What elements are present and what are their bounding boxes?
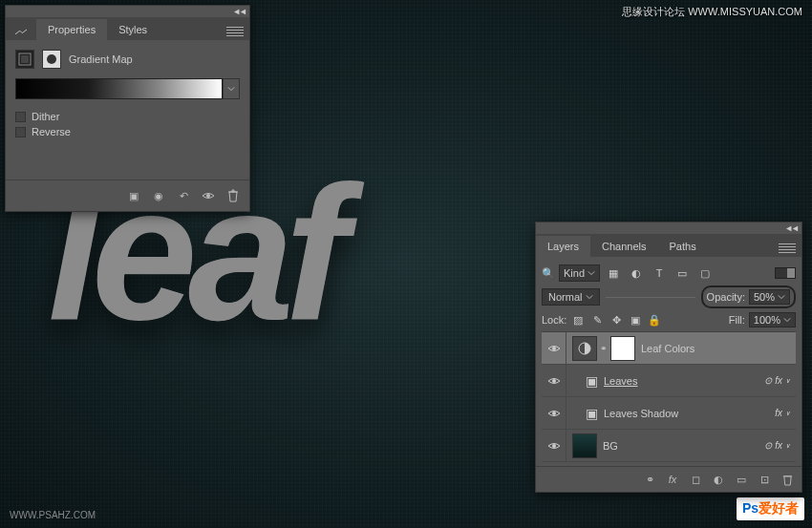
layer-leaves[interactable]: ▣ Leaves ⊙ fx ∨ xyxy=(542,365,796,397)
visibility-toggle[interactable] xyxy=(542,430,566,461)
mask-button[interactable] xyxy=(42,50,61,69)
opacity-value[interactable]: 50% xyxy=(754,291,775,303)
svg-point-2 xyxy=(47,54,56,64)
svg-point-4 xyxy=(552,347,556,350)
link-icon: ⚭ xyxy=(600,344,608,353)
tab-properties[interactable]: Properties xyxy=(36,19,107,40)
blend-mode-select[interactable]: Normal xyxy=(542,288,600,306)
watermark-top: 思缘设计论坛 WWW.MISSYUAN.COM xyxy=(622,5,802,19)
lock-position-icon[interactable]: ✥ xyxy=(609,312,624,327)
filter-toggle[interactable] xyxy=(775,267,796,279)
filter-pixel-icon[interactable]: ▦ xyxy=(604,264,623,282)
fill-value-input[interactable]: 100% xyxy=(749,312,796,327)
watermark-bottom: WWW.PSAHZ.COM xyxy=(10,510,96,520)
visibility-toggle[interactable] xyxy=(542,332,566,364)
gradient-dropdown[interactable] xyxy=(223,78,240,99)
link-layers-icon[interactable]: ⚭ xyxy=(639,471,660,488)
search-icon: 🔍 xyxy=(542,267,555,280)
dither-label: Dither xyxy=(32,111,59,122)
layer-name[interactable]: Leaves xyxy=(604,375,764,387)
panel-menu-button[interactable] xyxy=(779,243,796,257)
filter-kind-select[interactable]: Kind xyxy=(559,264,600,282)
mask-thumb[interactable] xyxy=(610,336,635,361)
collapse-icon[interactable]: ◄◄ xyxy=(232,7,246,16)
lock-pixels-icon[interactable]: ✎ xyxy=(589,312,605,327)
filter-type-icon[interactable]: T xyxy=(650,264,669,282)
filter-smart-icon[interactable]: ▢ xyxy=(695,264,715,282)
layers-tabs: Layers Channels Paths xyxy=(536,234,801,257)
adjustment-title: Gradient Map xyxy=(69,53,133,65)
lock-artboard-icon[interactable]: ▣ xyxy=(628,312,643,327)
reverse-checkbox[interactable] xyxy=(15,127,26,137)
panel-header[interactable]: ◄◄ xyxy=(6,6,249,17)
reverse-label: Reverse xyxy=(32,126,71,137)
gradient-preview[interactable] xyxy=(15,78,223,99)
layers-panel: ◄◄ Layers Channels Paths 🔍 Kind ▦ ◐ T ▭ … xyxy=(535,222,802,493)
delete-layer-icon[interactable] xyxy=(777,471,798,488)
fx-indicator[interactable]: fx ∨ xyxy=(775,408,790,418)
adjustment-layer-icon[interactable]: ◐ xyxy=(708,471,729,488)
fx-indicator[interactable]: ⊙ fx ∨ xyxy=(764,375,790,386)
svg-point-8 xyxy=(552,444,556,448)
smart-object-icon: ▣ xyxy=(586,406,598,421)
clip-to-layer-icon[interactable]: ▣ xyxy=(123,186,144,205)
chevron-down-icon: ∨ xyxy=(785,442,790,450)
tab-paths[interactable]: Paths xyxy=(658,236,708,257)
visibility-toggle[interactable] xyxy=(542,365,566,396)
fill-label: Fill: xyxy=(729,314,745,326)
delete-icon[interactable] xyxy=(223,186,244,205)
layer-bg[interactable]: BG ⊙ fx ∨ xyxy=(542,430,796,462)
svg-point-6 xyxy=(552,379,556,383)
reset-icon[interactable]: ↶ xyxy=(173,186,194,205)
lock-transparency-icon[interactable]: ▨ xyxy=(570,312,586,327)
layer-leaf-colors[interactable]: ⚭ Leaf Colors xyxy=(542,332,796,365)
tab-channels[interactable]: Channels xyxy=(590,236,657,257)
layer-leaves-shadow[interactable]: ▣ Leaves Shadow fx ∨ xyxy=(542,397,796,430)
adjustment-thumb[interactable] xyxy=(572,336,597,361)
visibility-toggle[interactable] xyxy=(542,397,566,429)
properties-tabs: Properties Styles xyxy=(6,17,249,40)
adjustment-icon-tab[interactable] xyxy=(6,25,36,40)
tab-styles[interactable]: Styles xyxy=(107,19,159,40)
panel-header[interactable]: ◄◄ xyxy=(536,222,801,234)
svg-rect-1 xyxy=(21,55,29,63)
toggle-visibility-icon[interactable] xyxy=(198,186,219,205)
filter-adjustment-icon[interactable]: ◐ xyxy=(627,264,646,282)
opacity-control[interactable]: Opacity: 50% xyxy=(701,285,796,308)
chevron-down-icon: ∨ xyxy=(785,410,790,417)
layer-name[interactable]: BG xyxy=(603,440,764,452)
lock-label: Lock: xyxy=(542,314,566,326)
lock-all-icon[interactable]: 🔒 xyxy=(647,312,662,327)
layer-thumb[interactable] xyxy=(572,433,597,458)
dither-checkbox[interactable] xyxy=(15,112,26,122)
logo-bottom-right: Ps爱好者 xyxy=(737,497,804,520)
adjustment-type-button[interactable] xyxy=(15,50,34,69)
view-previous-icon[interactable]: ◉ xyxy=(148,186,169,205)
layer-name[interactable]: Leaf Colors xyxy=(641,343,790,354)
chevron-down-icon: ∨ xyxy=(785,377,790,385)
opacity-label: Opacity: xyxy=(707,291,745,303)
layer-mask-icon[interactable]: ◻ xyxy=(685,471,706,488)
new-layer-icon[interactable]: ⊡ xyxy=(754,471,775,488)
svg-point-3 xyxy=(206,194,210,198)
collapse-icon[interactable]: ◄◄ xyxy=(784,223,798,233)
filter-shape-icon[interactable]: ▭ xyxy=(673,264,692,282)
fx-indicator[interactable]: ⊙ fx ∨ xyxy=(764,440,790,451)
tab-layers[interactable]: Layers xyxy=(536,236,590,257)
group-icon[interactable]: ▭ xyxy=(731,471,752,488)
properties-panel: ◄◄ Properties Styles Gradient Map Dith xyxy=(5,5,250,212)
svg-point-7 xyxy=(552,412,556,415)
layer-name[interactable]: Leaves Shadow xyxy=(604,408,775,419)
layer-style-icon[interactable]: fx xyxy=(662,471,683,488)
smart-object-icon: ▣ xyxy=(586,373,598,389)
panel-menu-button[interactable] xyxy=(226,27,244,40)
